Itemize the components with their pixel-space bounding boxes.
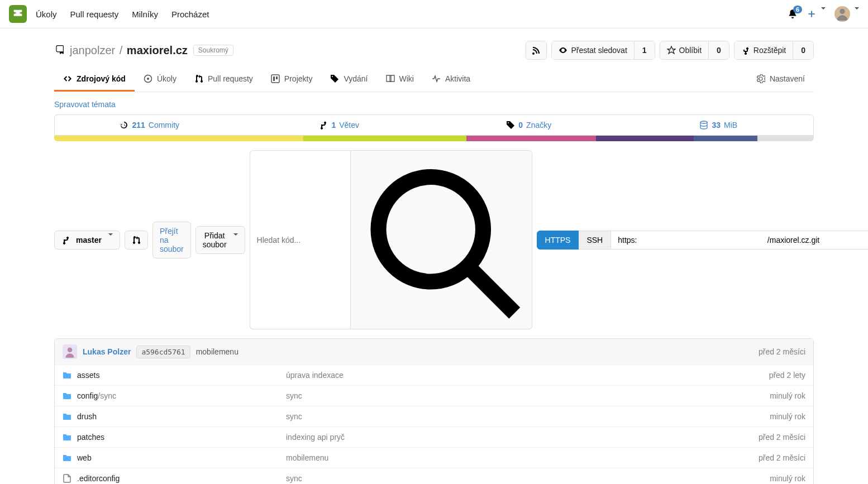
watch-count[interactable]: 1: [634, 41, 655, 59]
nav-issues[interactable]: Úkoly: [36, 9, 57, 19]
watch-button[interactable]: Přestat sledovat: [552, 41, 633, 59]
star-icon: [667, 46, 676, 55]
add-file-button[interactable]: Přidat soubor: [195, 226, 245, 254]
issue-icon: [144, 74, 152, 83]
repo-name-link[interactable]: maxiorel.cz: [127, 44, 188, 56]
branch-icon: [319, 121, 328, 130]
file-name-link[interactable]: patches: [77, 433, 104, 442]
file-time: minulý rok: [705, 412, 805, 421]
star-count[interactable]: 0: [708, 41, 729, 59]
language-bar: [54, 136, 814, 141]
code-icon: [63, 74, 72, 83]
chevron-down-icon: [105, 236, 113, 245]
table-row: drushsyncminulý rok: [55, 406, 813, 427]
stat-commits[interactable]: 211Commity: [55, 115, 245, 135]
path-separator: /: [120, 44, 123, 56]
file-subpath: /sync: [98, 391, 116, 400]
commit-message-link[interactable]: mobilemenu: [286, 453, 328, 462]
commit-hash-link[interactable]: a596cd5761: [136, 346, 190, 358]
clone-url-input[interactable]: [611, 231, 868, 250]
folder-icon: [63, 433, 71, 442]
repo-owner-link[interactable]: janpolzer: [70, 44, 115, 56]
search-button[interactable]: [350, 150, 532, 329]
compare-button[interactable]: [125, 231, 148, 250]
tab-issues[interactable]: Úkoly: [135, 68, 185, 92]
tab-pulls[interactable]: Pull requesty: [185, 68, 262, 92]
folder-icon: [63, 391, 71, 400]
project-icon: [271, 74, 280, 83]
tab-code[interactable]: Zdrojový kód: [54, 68, 135, 92]
folder-icon: [63, 412, 71, 421]
file-name-link[interactable]: web: [77, 453, 92, 462]
user-menu[interactable]: [834, 6, 859, 22]
repo-icon: [54, 45, 64, 55]
commit-message-link[interactable]: indexing api pryč: [286, 433, 345, 442]
rss-button[interactable]: [526, 41, 546, 59]
language-segment[interactable]: [694, 136, 757, 141]
file-time: před 2 měsíci: [705, 453, 805, 462]
language-segment[interactable]: [303, 136, 466, 141]
notifications-button[interactable]: 6: [788, 9, 798, 19]
table-row: assetsúprava indexacepřed 2 lety: [55, 365, 813, 385]
nav-explore[interactable]: Procházet: [171, 9, 209, 19]
manage-topics-link[interactable]: Spravovat témata: [54, 92, 814, 114]
commit-message-link[interactable]: úprava indexace: [286, 371, 344, 380]
table-row: webmobilemenupřed 2 měsíci: [55, 447, 813, 468]
star-button[interactable]: Oblíbit: [660, 41, 708, 59]
file-time: minulý rok: [705, 474, 805, 483]
book-icon: [386, 74, 395, 83]
commit-time: před 2 měsíci: [759, 347, 805, 356]
site-logo[interactable]: [9, 5, 27, 23]
fork-icon: [741, 46, 750, 55]
nav-pulls[interactable]: Pull requesty: [70, 9, 119, 19]
branch-icon: [61, 236, 70, 245]
chevron-down-icon: [818, 9, 826, 18]
stat-branches[interactable]: 1Větev: [245, 115, 435, 135]
file-time: minulý rok: [705, 391, 805, 400]
clone-ssh-tab[interactable]: SSH: [579, 231, 611, 250]
database-icon: [699, 121, 708, 130]
pr-icon: [132, 236, 141, 245]
code-search-input[interactable]: [250, 150, 350, 329]
stat-tags[interactable]: 0Značky: [434, 115, 624, 135]
avatar: [834, 6, 850, 22]
file-name-link[interactable]: .editorconfig: [77, 474, 120, 483]
tab-activity[interactable]: Aktivita: [423, 68, 479, 92]
gear-icon: [756, 74, 765, 83]
eye-icon: [559, 46, 567, 55]
clone-https-tab[interactable]: HTTPS: [537, 231, 579, 250]
commit-message-link[interactable]: sync: [286, 391, 302, 400]
folder-icon: [63, 371, 71, 380]
latest-commit: Lukas Polzer a596cd5761 mobilemenu před …: [55, 339, 813, 365]
tab-wiki[interactable]: Wiki: [377, 68, 423, 92]
fork-count[interactable]: 0: [793, 41, 813, 59]
nav-milestones[interactable]: Milníky: [132, 9, 158, 19]
author-link[interactable]: Lukas Polzer: [83, 347, 131, 356]
language-segment[interactable]: [596, 136, 694, 141]
language-segment[interactable]: [757, 136, 814, 141]
create-menu[interactable]: [807, 9, 826, 19]
tab-projects[interactable]: Projekty: [262, 68, 322, 92]
stat-size: 33MiB: [624, 115, 814, 135]
file-name-link[interactable]: assets: [77, 371, 99, 380]
find-file-button[interactable]: Přejít na soubor: [152, 222, 191, 258]
language-segment[interactable]: [54, 136, 303, 141]
table-row: patchesindexing api pryčpřed 2 měsíci: [55, 427, 813, 447]
table-row: config/syncsyncminulý rok: [55, 385, 813, 406]
file-name-link[interactable]: drush: [77, 412, 97, 421]
branch-selector[interactable]: master: [54, 231, 120, 250]
table-row: .editorconfigsyncminulý rok: [55, 468, 813, 484]
commit-message-link[interactable]: sync: [286, 474, 302, 483]
tab-releases[interactable]: Vydání: [321, 68, 376, 92]
commit-message-link[interactable]: mobilemenu: [196, 347, 239, 356]
visibility-badge: Soukromý: [193, 45, 233, 56]
language-segment[interactable]: [466, 136, 595, 141]
fork-button[interactable]: Rozštěpit: [735, 41, 793, 59]
author-avatar[interactable]: [63, 344, 77, 359]
file-name-link[interactable]: config: [77, 391, 98, 400]
plus-icon: [807, 9, 817, 19]
pulse-icon: [432, 74, 441, 83]
history-icon: [120, 121, 128, 130]
tab-settings[interactable]: Nastavení: [747, 68, 814, 92]
commit-message-link[interactable]: sync: [286, 412, 302, 421]
